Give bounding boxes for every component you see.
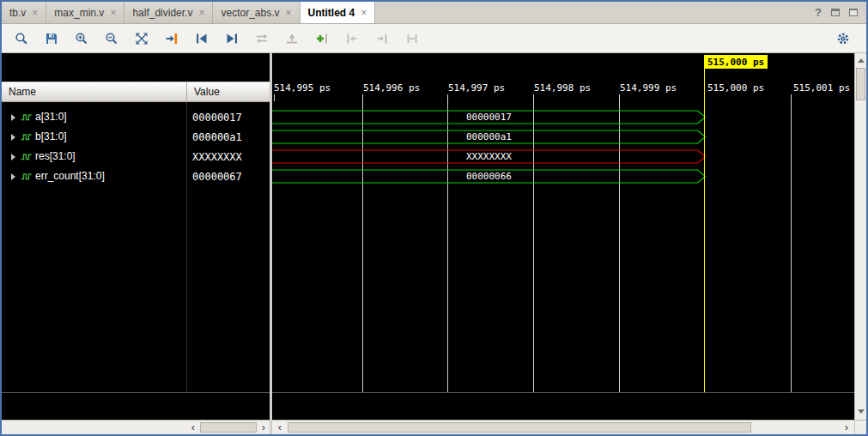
swap-cursors-icon: [255, 32, 269, 45]
ruler-tick-mark: [791, 94, 792, 101]
wave-bus-b: 000000a1: [272, 127, 708, 147]
ruler-tick-mark: [533, 94, 534, 101]
wave-bus-res: XXXXXXXX: [272, 147, 708, 167]
signal-name: a[31:0]: [35, 111, 67, 123]
wave-toolbar: [2, 24, 866, 53]
wave-vscrollbar[interactable]: [854, 53, 866, 434]
signal-value: 00000067: [192, 171, 242, 183]
hscroll-thumb[interactable]: [200, 422, 257, 433]
ruler-tick-mark: [274, 94, 275, 101]
scroll-left-icon[interactable]: ‹: [187, 421, 199, 434]
close-icon[interactable]: ×: [198, 8, 204, 18]
name-column-header: Name: [9, 86, 36, 98]
bus-signal-icon: [20, 132, 33, 142]
ruler-tick-label: 514,999 ps: [620, 82, 677, 94]
signal-row-a[interactable]: a[31:0] 00000017: [2, 107, 270, 127]
scroll-right-icon[interactable]: ›: [258, 421, 270, 434]
tab-tb-v[interactable]: tb.v ×: [2, 2, 46, 23]
settings-button[interactable]: [830, 27, 856, 50]
zoom-out-button[interactable]: [99, 27, 124, 50]
bus-value-text: XXXXXXXX: [272, 151, 706, 162]
next-transition-icon: [225, 32, 239, 45]
signal-row-res[interactable]: res[31:0] XXXXXXXX: [2, 147, 270, 167]
scroll-left-icon[interactable]: ‹: [274, 421, 286, 434]
gridline: [791, 101, 792, 392]
tab-label: vector_abs.v: [221, 7, 279, 19]
search-icon: [15, 32, 28, 45]
save-button[interactable]: [39, 27, 64, 50]
snap-to-transition-icon: [285, 32, 299, 45]
search-button[interactable]: [9, 27, 34, 50]
panel-divider: [272, 392, 854, 393]
ruler-tick-mark: [362, 94, 363, 101]
close-icon[interactable]: ×: [361, 8, 367, 18]
close-icon[interactable]: ×: [110, 8, 116, 18]
signal-value: 00000017: [192, 112, 242, 124]
tab-bar: tb.v × max_min.v × half_divider.v × vect…: [2, 2, 866, 24]
fit-between-markers-button[interactable]: [399, 27, 425, 50]
window-controls: ?: [815, 2, 866, 23]
signal-row-b[interactable]: b[31:0] 000000a1: [2, 127, 270, 147]
maximize-window-icon[interactable]: [849, 9, 858, 16]
previous-marker-button[interactable]: [339, 27, 365, 50]
arrow-down-icon: [858, 409, 865, 414]
expand-chevron-icon[interactable]: [11, 134, 15, 141]
bus-value-text: 000000a1: [272, 131, 706, 142]
wave-bus-a: 00000017: [272, 107, 708, 127]
next-marker-button[interactable]: [369, 27, 395, 50]
tab-label: tb.v: [9, 7, 26, 19]
expand-chevron-icon[interactable]: [11, 173, 15, 180]
scroll-down-button[interactable]: [855, 405, 866, 418]
next-transition-button[interactable]: [219, 27, 245, 50]
scroll-up-button[interactable]: [855, 54, 866, 67]
scroll-right-icon[interactable]: ›: [841, 421, 853, 434]
expand-chevron-icon[interactable]: [11, 154, 15, 160]
bus-signal-icon: [20, 112, 33, 122]
hscroll-thumb[interactable]: [288, 422, 751, 433]
vscroll-thumb[interactable]: [856, 68, 865, 100]
go-to-time-icon: [165, 32, 179, 45]
time-cursor[interactable]: [704, 69, 705, 392]
go-to-time-button[interactable]: [159, 27, 185, 50]
signal-row-err-count[interactable]: err_count[31:0] 00000067: [2, 167, 270, 186]
tab-max-min-v[interactable]: max_min.v ×: [46, 2, 124, 23]
tab-untitled-4[interactable]: Untitled 4 ×: [300, 2, 376, 23]
panel-divider: [2, 392, 270, 393]
bus-signal-icon: [20, 152, 33, 161]
add-marker-icon: [315, 32, 329, 45]
previous-transition-button[interactable]: [189, 27, 215, 50]
gear-icon: [836, 32, 850, 45]
snap-to-transition-button[interactable]: [279, 27, 305, 50]
wave-bus-err-count: 00000066: [272, 167, 708, 186]
wave-hscrollbar[interactable]: ‹ ›: [272, 420, 854, 434]
close-icon[interactable]: ×: [32, 8, 38, 18]
ruler-tick-label: 514,997 ps: [448, 82, 505, 94]
signal-value: XXXXXXXX: [192, 151, 242, 163]
ruler-tick-label: 514,998 ps: [534, 82, 591, 94]
previous-marker-icon: [345, 32, 359, 45]
waveform-canvas[interactable]: 515,000 ps 514,995 ps 514,996 ps 514,997…: [272, 53, 854, 420]
close-icon[interactable]: ×: [286, 8, 292, 18]
expand-chevron-icon[interactable]: [11, 114, 15, 121]
tab-label: Untitled 4: [308, 7, 355, 19]
wave-window-body: Name Value a[31:0] 00000017 b[31:0] 0000…: [2, 53, 866, 434]
signal-table-header: Name Value: [2, 82, 270, 102]
zoom-in-button[interactable]: [69, 27, 94, 50]
ruler-tick-label: 515,001 ps: [793, 82, 850, 94]
value-column-header: Value: [194, 86, 220, 98]
arrow-up-icon: [858, 58, 865, 63]
help-icon[interactable]: ?: [815, 6, 822, 19]
signal-panel-hscrollbar[interactable]: ‹ ›: [2, 420, 270, 434]
signal-name: res[31:0]: [35, 150, 76, 162]
swap-cursors-button[interactable]: [249, 27, 275, 50]
ruler-tick-mark: [619, 94, 620, 101]
ruler-tick-label: 514,996 ps: [363, 82, 420, 94]
add-marker-button[interactable]: [309, 27, 335, 50]
zoom-in-icon: [75, 32, 88, 45]
tab-half-divider-v[interactable]: half_divider.v ×: [124, 2, 213, 23]
scrollbar-corner: [855, 420, 866, 434]
zoom-fit-button[interactable]: [129, 27, 155, 50]
tab-vector-abs-v[interactable]: vector_abs.v ×: [213, 2, 300, 23]
float-window-icon[interactable]: [831, 9, 840, 16]
column-resize-handle[interactable]: [186, 82, 187, 102]
